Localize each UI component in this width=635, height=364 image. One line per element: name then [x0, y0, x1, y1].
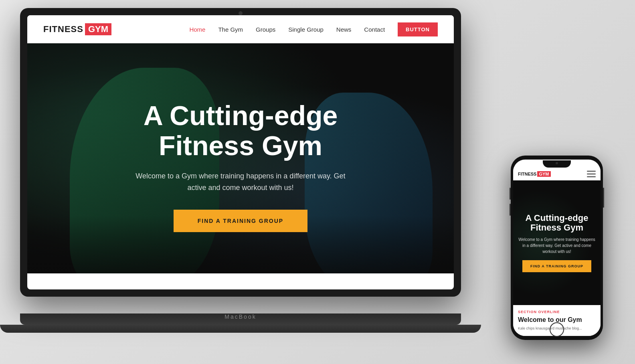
phone-hero-title: A Cutting-edge Fitness Gym	[518, 213, 596, 233]
phone-hero-title-line2: Fitness Gym	[530, 222, 583, 233]
phone-screen: FITNESS GYM A Cutting-edge Fitness Gym	[513, 160, 601, 336]
hero-bottom-strip	[27, 273, 454, 289]
macbook-label: MacBook	[224, 313, 256, 320]
phone-hero-subtitle: Welcome to a Gym where training happens …	[518, 237, 596, 255]
phone-camera	[556, 162, 558, 164]
nav-the-gym[interactable]: The Gym	[218, 26, 243, 33]
nav-links: Home The Gym Groups Single Group News Co…	[189, 22, 438, 36]
phone-hero: A Cutting-edge Fitness Gym Welcome to a …	[513, 180, 601, 305]
hero-cta-button[interactable]: FIND A TRAINING GROUP	[174, 210, 307, 232]
menu-line-2	[587, 174, 596, 174]
laptop-foot: MacBook	[0, 325, 481, 333]
hero-section: A Cutting-edge Fitness Gym Welcome to a …	[27, 43, 454, 289]
logo: FITNESS GYM	[43, 23, 111, 35]
phone-hero-content: A Cutting-edge Fitness Gym Welcome to a …	[513, 213, 601, 272]
nav-news[interactable]: News	[336, 26, 352, 33]
hero-title-line2: Fitness Gym	[159, 130, 322, 161]
phone-section-overline: SECTION OVERLINE	[518, 310, 596, 314]
navbar: FITNESS GYM Home The Gym Groups Single G…	[27, 15, 454, 43]
hero-subtitle: Welcome to a Gym where training happens …	[128, 170, 353, 194]
nav-contact[interactable]: Contact	[364, 26, 385, 33]
hero-content: A Cutting-edge Fitness Gym Welcome to a …	[104, 101, 377, 232]
phone-logo: FITNESS GYM	[518, 171, 551, 177]
phone-navbar: FITNESS GYM	[513, 168, 601, 180]
laptop-screen: FITNESS GYM Home The Gym Groups Single G…	[27, 15, 454, 289]
menu-line-1	[587, 171, 596, 172]
scene: FITNESS GYM Home The Gym Groups Single G…	[0, 0, 635, 364]
laptop-device: FITNESS GYM Home The Gym Groups Single G…	[20, 8, 461, 337]
phone-power-button	[603, 188, 604, 208]
phone-menu-icon[interactable]	[587, 171, 596, 177]
phone-logo-fitness: FITNESS	[518, 172, 536, 176]
phone-vol-up-button	[510, 188, 511, 200]
logo-gym-text: GYM	[85, 23, 111, 35]
phone-hero-cta-button[interactable]: FIND A TRAINING GROUP	[522, 260, 591, 272]
laptop-camera	[239, 11, 243, 15]
laptop-body: FITNESS GYM Home The Gym Groups Single G…	[20, 8, 461, 297]
nav-groups[interactable]: Groups	[256, 26, 275, 33]
nav-home[interactable]: Home	[189, 26, 205, 33]
website: FITNESS GYM Home The Gym Groups Single G…	[27, 15, 454, 289]
nav-single-group[interactable]: Single Group	[288, 26, 324, 33]
phone-vol-down-button	[510, 204, 511, 216]
nav-cta-button[interactable]: BUTTON	[398, 22, 438, 36]
logo-fitness-text: FITNESS	[43, 24, 83, 34]
phone-hero-title-line1: A Cutting-edge	[526, 213, 588, 223]
phone-home-button[interactable]	[550, 322, 564, 337]
phone-logo-gym: GYM	[537, 171, 550, 177]
hero-title: A Cutting-edge Fitness Gym	[128, 101, 353, 161]
menu-line-3	[587, 176, 596, 177]
phone-device: FITNESS GYM A Cutting-edge Fitness Gym	[511, 156, 603, 340]
hero-title-line1: A Cutting-edge	[144, 100, 338, 131]
